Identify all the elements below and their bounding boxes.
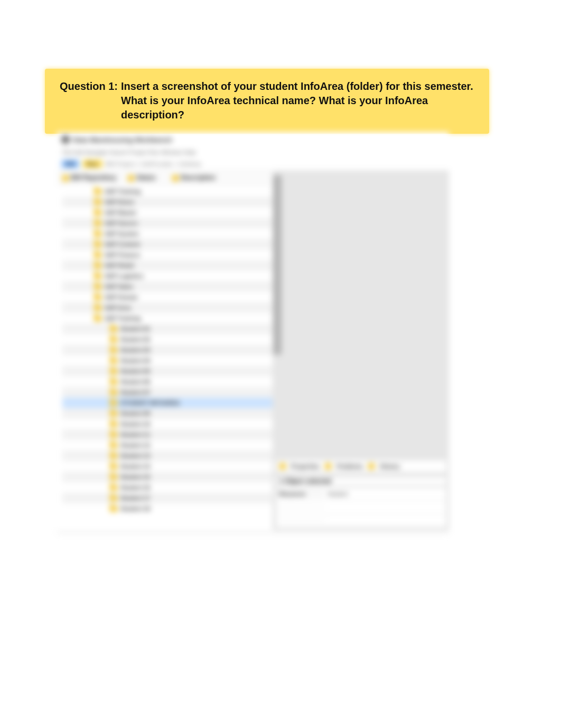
folder-icon [110,358,117,364]
menu-bar[interactable]: File Edit Navigate Search Project Run Wi… [57,147,449,158]
toolbar-chip-run[interactable]: Run [82,160,102,168]
tree-node[interactable]: Student 10 [62,419,273,429]
tree-node-label: Student 04 [120,357,150,364]
tree-node[interactable]: SAP System [62,228,273,239]
tree-node[interactable]: Student 07 [62,387,273,398]
folder-icon [94,284,101,290]
tree-node-label: SAP Training [105,315,141,321]
folder-icon [94,189,101,195]
tree-node-label: SAP Area [105,305,131,311]
folder-icon [94,231,101,237]
folder-icon [279,463,286,469]
toolbar: BW Run BW Project > InfoProvider > InfoA… [57,158,449,171]
folder-icon [94,252,101,258]
scrollbar[interactable] [273,175,282,355]
detail-pane: Properties Problems History 1 Object sel… [273,171,449,530]
properties-table: Resource Student [276,487,446,527]
tree-node-label: Student 05 [120,368,150,374]
folder-icon [110,485,117,491]
tab-history[interactable]: History [380,463,400,469]
tree-node[interactable]: SAP Finance [62,250,273,260]
properties-tab-bar[interactable]: Properties Problems History [276,460,446,472]
folder-icon [172,175,179,181]
tree-node[interactable]: SAP Human [62,292,273,302]
tree-node-label: SAP Retail [105,262,134,269]
tree-node-label: Student 14 [120,463,150,469]
tree-node[interactable]: Student 11 [62,429,273,440]
tree-node[interactable]: SAP Logistics [62,271,273,281]
tree-node[interactable]: SAP Demo [62,197,273,207]
tab-problems[interactable]: Problems [336,463,363,469]
tree-node[interactable]: Student 02 [62,334,273,345]
tree-node[interactable]: SAP Area [62,302,273,313]
question-label: Question 1: [60,79,121,94]
folder-icon [110,432,117,438]
properties-row [276,500,446,513]
tree-node[interactable]: Student 15 [62,472,273,482]
tree-node[interactable]: SAP Training [62,313,273,324]
folder-icon [110,337,117,343]
folder-icon [110,506,117,512]
folder-icon [110,400,117,406]
folder-icon [110,368,117,374]
folder-icon [94,294,101,300]
folder-icon [110,453,117,459]
tree-node-label: SAP Logistics [105,273,144,279]
tree-node[interactable]: SAP Sales [62,281,273,292]
tree-node[interactable]: Student 01 [62,324,273,334]
tree-node-label: Student 01 [120,326,150,332]
tree-node[interactable]: SAP Content [62,239,273,250]
folder-icon [94,316,101,321]
folder-icon [94,273,101,279]
tree-node[interactable]: Student 18 [62,503,273,514]
tree-node-label: Student 17 [120,495,150,501]
tree-node-label: SAP Master [105,209,137,216]
folder-icon [110,421,117,427]
tree-node[interactable]: Student 03 [62,345,273,355]
toolbar-path: BW Project > InfoProvider > InfoArea [106,161,201,167]
properties-title: 1 Object selected [276,477,446,485]
folder-icon [94,242,101,247]
tree-node[interactable]: Student 09 [62,408,273,419]
properties-row: Resource Student [276,487,446,500]
tree-node[interactable]: Student 16 [62,482,273,493]
folder-icon [94,220,101,226]
tree-node[interactable]: Student 04 [62,355,273,366]
tree-node[interactable]: SAP Source [62,218,273,228]
tree-list[interactable]: SAP TrainingSAP DemoSAP MasterSAP Source… [57,185,273,515]
tree-node-label: Student 02 [120,336,150,343]
property-key: Resource [276,490,325,498]
folder-icon [110,443,117,448]
tree-node-label: Student 03 [120,347,150,353]
folder-icon [128,175,134,181]
folder-icon [110,347,117,353]
tree-node-label: SAP Demo [105,199,134,205]
folder-icon [94,305,101,311]
tree-node-label: SAP Finance [105,252,140,258]
folder-icon [62,175,69,181]
toolbar-chip-bw[interactable]: BW [61,160,79,168]
tree-node[interactable]: Student 13 [62,450,273,461]
folder-icon [110,390,117,395]
folder-icon [110,495,117,501]
tree-node[interactable]: SAP Master [62,207,273,218]
tree-node[interactable]: STUDENT INFOAREA [62,398,273,408]
tree-node[interactable]: SAP Retail [62,260,273,271]
tree-node[interactable]: Student 14 [62,461,273,472]
tree-node[interactable]: Student 17 [62,493,273,503]
tree-node-label: SAP Human [105,294,138,300]
tree-node-label: Student 13 [120,453,150,459]
tree-node[interactable]: SAP Training [62,186,273,197]
tree-node-label: Student 06 [120,379,150,385]
tree-node[interactable]: Student 12 [62,440,273,450]
folder-icon [110,464,117,469]
tab-properties[interactable]: Properties [291,463,320,469]
tree-node[interactable]: Student 05 [62,366,273,376]
window-title: Data Warehousing Workbench [73,136,172,144]
tree-header: BW Repository Status Description [57,171,273,185]
tree-node-label: Student 10 [120,421,150,427]
tree-node-label: STUDENT INFOAREA [120,400,180,406]
folder-icon [94,263,101,269]
tree-node[interactable]: Student 06 [62,376,273,387]
app-icon [61,135,70,144]
